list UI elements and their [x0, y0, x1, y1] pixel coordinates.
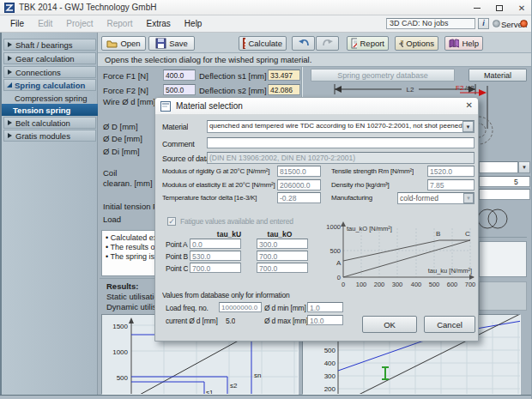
undo-button[interactable] — [292, 36, 315, 51]
load-freq-field[interactable]: 10000000.0 — [219, 302, 262, 312]
svg-text:300: 300 — [392, 281, 403, 288]
point-b-ku-field[interactable]: 530.0 — [190, 251, 241, 261]
sidebar-item-belt-calculation[interactable]: Belt calculation — [3, 117, 96, 129]
svg-text:0: 0 — [337, 274, 341, 281]
chevron-right-icon — [8, 42, 12, 47]
menu-file[interactable]: File — [3, 15, 31, 32]
dropdown-arrow-icon: ▼ — [522, 165, 527, 170]
current-d-value: 5.0 — [226, 317, 235, 325]
sidebar-item-shaft-bearings[interactable]: Shaft / bearings — [3, 39, 96, 51]
calculate-button[interactable]: Calculate — [239, 36, 287, 51]
sidebar-item-gratis-modules[interactable]: Gratis modules — [3, 130, 96, 142]
di-label: Ø Di [mm] — [103, 147, 140, 156]
force-f2-label: Force F2 [N] — [103, 86, 148, 95]
menu-extras[interactable]: Extras — [140, 15, 178, 32]
sidebar-item-gear-calculation[interactable]: Gear calculation — [3, 52, 96, 64]
point-c-ku-field[interactable]: 700.0 — [190, 263, 241, 273]
folder-open-icon — [106, 38, 118, 49]
d-max-field: 10.0 — [307, 315, 343, 325]
report-document-icon — [351, 38, 357, 49]
edge-field-2[interactable] — [479, 189, 530, 200]
redo-icon — [322, 39, 334, 48]
app-icon — [4, 3, 15, 13]
svg-text:300: 300 — [324, 372, 336, 380]
density-label: Density rho [kg/dm³] — [331, 181, 390, 189]
material-selection-dialog: Material selection ✕ Material quenched a… — [154, 97, 479, 342]
minimize-button[interactable] — [467, 0, 487, 15]
save-button[interactable]: Save — [148, 36, 195, 51]
sidebar-item-spring-calculation[interactable]: Spring calculation — [3, 79, 96, 91]
ok-button[interactable]: OK — [362, 316, 417, 333]
material-dropdown-arrow[interactable]: ▼ — [462, 121, 474, 132]
close-button[interactable]: ✕ — [511, 0, 532, 15]
load-label: Load — [103, 215, 121, 224]
svg-text:200: 200 — [374, 281, 385, 288]
report-label: Report — [360, 39, 384, 48]
sidebar-item-label: Gear calculation — [15, 54, 75, 63]
sidebar-item-label: Spring calculation — [15, 81, 85, 90]
manufacturing-dropdown-arrow: ▼ — [463, 193, 474, 203]
save-label: Save — [169, 39, 188, 48]
svg-text:600: 600 — [447, 281, 458, 288]
calculate-label: Calculate — [248, 39, 282, 48]
options-button[interactable]: Options — [395, 36, 438, 51]
book-icon — [449, 39, 459, 49]
temperature-factor-label: Temperature factor delta [1e-3/K] — [162, 194, 277, 202]
gear-icon — [399, 38, 403, 49]
sidebar-item-compression-spring[interactable]: Compression spring — [3, 93, 96, 104]
results-static: Static utilisatio — [106, 292, 159, 301]
point-c-ko-field[interactable]: 700.0 — [257, 263, 308, 273]
svg-text:F2: F2 — [456, 84, 464, 92]
cancel-button[interactable]: Cancel — [424, 316, 475, 333]
edge-dropdown-field[interactable] — [479, 161, 518, 173]
maximize-button[interactable] — [489, 0, 510, 15]
sidebar-item-label: Gratis modules — [15, 131, 70, 141]
dialog-close-icon[interactable]: ✕ — [466, 100, 473, 110]
results-dynamic: Dynamic utilis — [106, 302, 157, 311]
sidebar-item-label: Compression spring — [15, 94, 87, 103]
info-button[interactable]: i — [478, 18, 489, 29]
point-a-ko-field[interactable]: 300.0 — [257, 239, 308, 249]
point-b-ko-field[interactable]: 700.0 — [257, 251, 308, 261]
values-info-text: Values from database only for informatio… — [162, 291, 290, 299]
coil-label-1: Coil — [103, 168, 117, 178]
results-title: Results: — [106, 281, 138, 291]
svg-text:C: C — [465, 230, 470, 238]
chevron-expanded-icon — [7, 82, 12, 88]
deflection-s2-output: 42.086 — [268, 84, 300, 95]
outer-d-label: Ø D [mm] — [103, 122, 138, 131]
elasticity-label: Modulus of elasticity E at 20°C [N/mm²] — [162, 181, 277, 189]
chevron-right-icon — [8, 70, 12, 75]
material-dropdown[interactable]: quenched and tempered wire TDC according… — [207, 120, 475, 133]
info-text-1: Calculated ext — [111, 233, 160, 242]
comment-label: Comment — [162, 140, 195, 148]
edge-dropdown-arrow[interactable]: ▼ — [518, 161, 530, 173]
svg-text:200: 200 — [324, 385, 336, 393]
sidebar-item-label: Shaft / bearings — [15, 40, 73, 50]
wire-d-label: Wire Ø d [mm] — [103, 97, 155, 106]
point-a-label: Point A — [166, 240, 188, 249]
edge-panel-white — [479, 241, 527, 277]
open-button[interactable]: Open — [101, 36, 146, 51]
minimize-icon — [474, 8, 481, 9]
svg-text:500: 500 — [429, 281, 440, 288]
force-f2-input[interactable]: 500.0 — [163, 84, 196, 95]
report-button[interactable]: Report — [347, 36, 389, 51]
point-a-ku-field[interactable]: 0.0 — [190, 239, 241, 249]
svg-text:B: B — [436, 230, 440, 238]
help-button[interactable]: Help — [444, 36, 483, 51]
sidebar-item-tension-spring[interactable]: Tension spring — [2, 104, 98, 116]
source-of-data-field: (DIN EN 13906:2002, DIN EN 10270-2:2001) — [207, 152, 475, 164]
svg-text:tau_ku [N/mm²]: tau_ku [N/mm²] — [428, 267, 472, 275]
tensile-label: Tensile strength Rm [N/mm²] — [331, 167, 414, 175]
bullet-icon: • — [106, 252, 108, 261]
sidebar-item-connections[interactable]: Connections — [3, 66, 96, 78]
tau-ko-header: tau_kO — [254, 230, 305, 239]
force-f1-input[interactable]: 400.0 — [163, 70, 196, 81]
menu-project: Project — [59, 15, 100, 32]
dialog-titlebar[interactable]: Material selection ✕ — [155, 98, 478, 115]
svg-text:L2: L2 — [407, 86, 414, 94]
comment-input[interactable] — [207, 137, 475, 148]
edge-field-1[interactable]: 5 — [479, 176, 530, 187]
menu-help[interactable]: Help — [178, 15, 209, 32]
